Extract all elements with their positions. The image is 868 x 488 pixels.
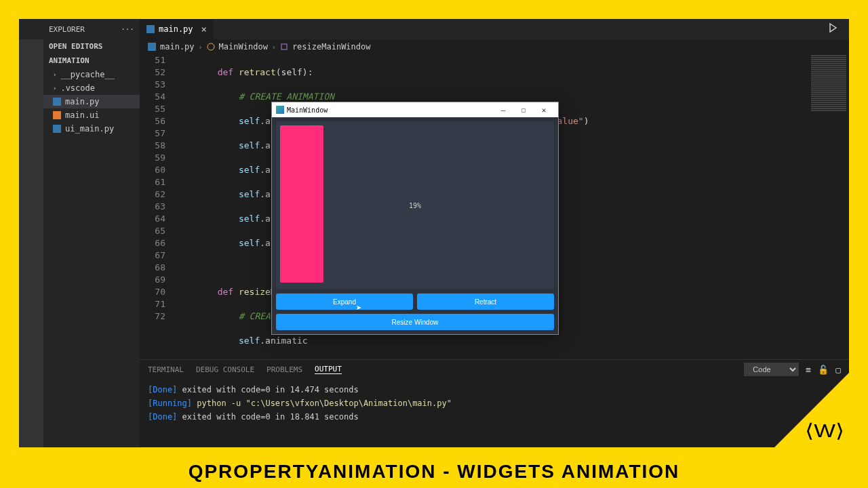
qt-body: 19% Expand Retract Resize Window <box>272 117 558 334</box>
python-icon <box>53 98 61 106</box>
explorer-panel: OPEN EDITORS ANIMATION ›__pycache__ ›.vs… <box>43 39 140 447</box>
more-icon[interactable]: ··· <box>121 25 134 34</box>
terminal-output[interactable]: [Done] exited with code=0 in 14.474 seco… <box>140 379 849 447</box>
tab-label: main.py <box>159 24 193 34</box>
tab-bar: EXPLORER ··· main.py × <box>19 19 849 39</box>
file-main-py[interactable]: main.py <box>43 95 140 108</box>
method-icon <box>280 43 288 51</box>
progress-label: 19% <box>409 202 421 209</box>
terminal-panel: TERMINAL DEBUG CONSOLE PROBLEMS OUTPUT C… <box>140 359 849 447</box>
resize-window-button[interactable]: Resize Window <box>276 314 554 330</box>
run-icon[interactable] <box>827 22 838 36</box>
breadcrumb-class: MainWindow <box>219 42 268 52</box>
logo: ⟨W⟩ <box>805 420 844 442</box>
chevron-right-icon: › <box>53 85 56 92</box>
class-icon <box>207 43 215 51</box>
tab-debug-console[interactable]: DEBUG CONSOLE <box>196 365 254 374</box>
svg-rect-1 <box>53 98 61 106</box>
project-section[interactable]: ANIMATION <box>43 54 140 68</box>
breadcrumb[interactable]: main.py › MainWindow › resizeMainWindow <box>140 39 849 54</box>
python-icon <box>148 43 156 51</box>
qt-content-frame: 19% <box>276 121 554 289</box>
line-gutter: 5152535455565758596061626364656667686970… <box>140 54 175 359</box>
chevron-right-icon: › <box>53 71 56 78</box>
minimap[interactable] <box>808 54 849 359</box>
svg-rect-6 <box>281 44 287 49</box>
tab-terminal[interactable]: TERMINAL <box>148 365 184 374</box>
tabs-container: main.py × <box>140 19 849 39</box>
breadcrumb-method: resizeMainWindow <box>292 42 371 52</box>
minimize-icon[interactable]: — <box>493 106 513 115</box>
explorer-title: EXPLORER <box>49 25 85 34</box>
breadcrumb-file: main.py <box>160 42 195 52</box>
file-ui-main-py[interactable]: ui_main.py <box>43 122 140 136</box>
qt-titlebar[interactable]: MainWindow — ☐ ✕ <box>272 102 558 117</box>
terminal-tabs: TERMINAL DEBUG CONSOLE PROBLEMS OUTPUT C… <box>140 360 849 379</box>
folder-vscode[interactable]: ›.vscode <box>43 81 140 95</box>
explorer-header: EXPLORER ··· <box>43 25 140 34</box>
close-icon[interactable]: ✕ <box>534 106 554 115</box>
qt-mainwindow[interactable]: MainWindow — ☐ ✕ 19% Expand Retract Resi… <box>271 102 559 335</box>
mouse-cursor: ➤ <box>356 302 361 313</box>
tab-problems[interactable]: PROBLEMS <box>267 365 302 374</box>
expand-button[interactable]: Expand <box>276 293 413 310</box>
video-caption: QPROPERTYANIMATION - WIDGETS ANIMATION <box>0 461 868 483</box>
qt-title: MainWindow <box>287 106 328 114</box>
file-main-ui[interactable]: main.ui <box>43 108 140 122</box>
svg-rect-0 <box>146 25 155 33</box>
close-icon[interactable]: × <box>201 24 207 35</box>
svg-point-5 <box>208 43 214 50</box>
animated-widget <box>280 125 323 283</box>
tab-output[interactable]: OUTPUT <box>315 365 342 374</box>
retract-button[interactable]: Retract <box>417 293 554 310</box>
svg-rect-2 <box>53 111 61 119</box>
svg-rect-4 <box>148 43 156 51</box>
chevron-right-icon: › <box>199 43 203 51</box>
window-icon <box>276 106 284 114</box>
folder-pycache[interactable]: ›__pycache__ <box>43 68 140 81</box>
activity-bar[interactable] <box>19 39 43 447</box>
ui-icon <box>53 111 61 119</box>
svg-rect-3 <box>53 125 61 133</box>
python-icon <box>53 125 61 133</box>
maximize-icon[interactable]: ☐ <box>513 106 534 115</box>
python-icon <box>146 25 155 33</box>
tab-main-py[interactable]: main.py × <box>140 19 214 39</box>
open-editors-section[interactable]: OPEN EDITORS <box>43 39 140 54</box>
chevron-right-icon: › <box>272 43 276 51</box>
